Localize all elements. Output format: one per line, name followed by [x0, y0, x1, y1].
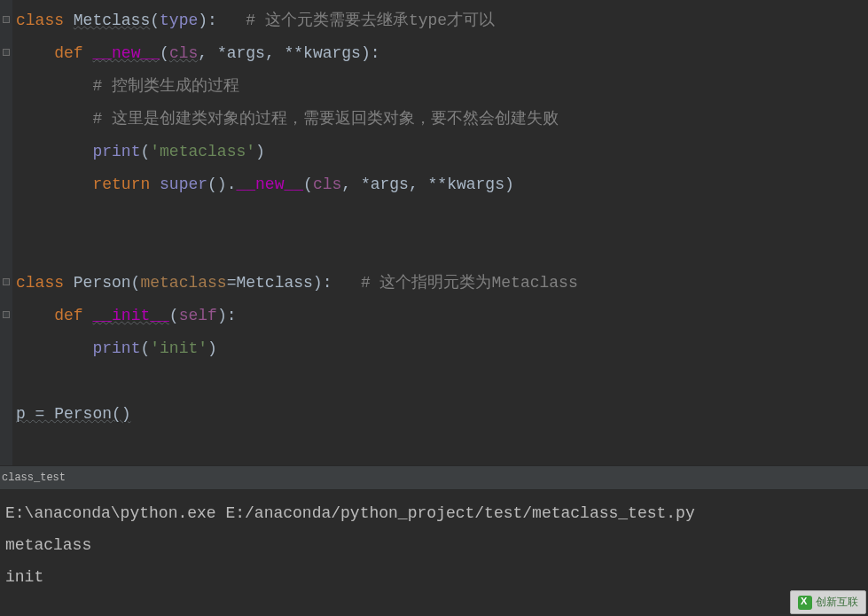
code-token	[16, 77, 92, 95]
code-token: # 这个元类需要去继承type才可以	[246, 12, 495, 29]
code-line[interactable]	[16, 201, 868, 234]
code-token	[16, 110, 92, 128]
code-token: ):	[217, 307, 237, 324]
code-line[interactable]: def __new__(cls, *args, **kwargs):	[16, 37, 868, 70]
code-token: __new__	[236, 175, 303, 193]
code-token: =Metclass):	[227, 274, 361, 292]
code-token: # 控制类生成的过程	[92, 77, 239, 95]
code-token: print	[92, 143, 140, 160]
code-editor[interactable]: class Metclass(type): # 这个元类需要去继承type才可以…	[0, 0, 868, 465]
code-token: , *args, **kwargs):	[198, 44, 379, 62]
code-token: class	[16, 274, 74, 292]
code-token: # 这个指明元类为Metaclass	[361, 274, 578, 292]
code-token: Person(	[74, 274, 141, 292]
code-token	[16, 143, 92, 160]
code-token: class	[16, 12, 74, 29]
code-line[interactable]: def __init__(self):	[16, 300, 868, 332]
code-token	[16, 175, 92, 193]
code-token: print	[92, 339, 140, 357]
code-token: , *args, **kwargs)	[341, 175, 513, 193]
code-token: )	[207, 339, 217, 357]
code-token: Metclass	[74, 12, 150, 29]
code-token: cls	[169, 44, 198, 62]
code-token: (	[169, 307, 179, 324]
code-line[interactable]: print('init')	[16, 332, 868, 365]
code-token: (	[160, 44, 169, 62]
code-token: (	[140, 339, 150, 357]
code-line[interactable]: class Metclass(type): # 这个元类需要去继承type才可以	[16, 4, 868, 37]
code-token	[16, 339, 92, 357]
code-token: super	[160, 175, 207, 193]
code-line[interactable]: # 控制类生成的过程	[16, 70, 868, 103]
code-token: p = Person()	[16, 405, 131, 423]
code-token	[16, 307, 54, 324]
code-token: self	[179, 307, 217, 324]
code-token: (	[303, 175, 313, 193]
code-token: 'metaclass'	[150, 143, 255, 160]
code-token: type	[160, 12, 198, 29]
code-line[interactable]	[16, 365, 868, 398]
terminal-output[interactable]: E:\anaconda\python.exe E:/anaconda/pytho…	[0, 490, 868, 600]
code-token: cls	[313, 175, 341, 193]
code-line[interactable]: p = Person()	[16, 398, 868, 431]
fold-marker-icon[interactable]	[3, 311, 10, 318]
watermark-logo-icon	[798, 596, 812, 610]
code-token: (	[140, 143, 150, 160]
editor-gutter	[0, 0, 12, 465]
code-line[interactable]: print('metaclass')	[16, 136, 868, 168]
terminal-line: E:\anaconda\python.exe E:/anaconda/pytho…	[5, 497, 863, 529]
code-token: )	[255, 143, 265, 160]
fold-marker-icon[interactable]	[3, 278, 10, 285]
code-line[interactable]: class Person(metaclass=Metclass): # 这个指明…	[16, 267, 868, 300]
code-token	[16, 44, 54, 62]
run-tab-label[interactable]: class_test	[2, 472, 66, 484]
code-token: (	[150, 12, 160, 29]
code-content[interactable]: class Metclass(type): # 这个元类需要去继承type才可以…	[0, 4, 868, 431]
code-line[interactable]	[16, 234, 868, 267]
code-token: metaclass	[140, 274, 226, 292]
watermark-badge: 创新互联	[790, 590, 866, 614]
code-line[interactable]: return super().__new__(cls, *args, **kwa…	[16, 168, 868, 201]
fold-marker-icon[interactable]	[3, 49, 10, 56]
watermark-text: 创新互联	[816, 596, 858, 608]
fold-marker-icon[interactable]	[3, 16, 10, 23]
code-token: def	[54, 307, 92, 324]
code-token: ):	[198, 12, 246, 29]
code-token: def	[54, 44, 92, 62]
code-token: return	[92, 175, 160, 193]
code-token: __new__	[92, 44, 160, 62]
terminal-line: metaclass	[5, 529, 863, 561]
run-tab-bar: class_test	[0, 465, 868, 490]
terminal-line: init	[5, 561, 863, 593]
code-token: ().	[207, 175, 236, 193]
code-token: __init__	[92, 307, 168, 324]
code-line[interactable]: # 这里是创建类对象的过程，需要返回类对象，要不然会创建失败	[16, 103, 868, 136]
code-token: 'init'	[150, 339, 207, 357]
code-token: # 这里是创建类对象的过程，需要返回类对象，要不然会创建失败	[92, 110, 559, 128]
